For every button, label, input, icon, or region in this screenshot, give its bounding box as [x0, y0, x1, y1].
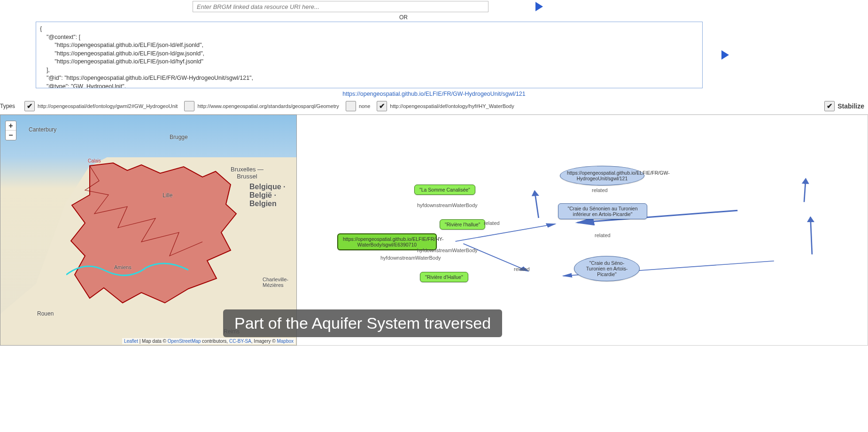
type-text: http://opengeospatial/def/ontology/gwml2… [38, 103, 178, 109]
edge-label: related [595, 232, 611, 238]
graph-node-craie-senonien[interactable]: "Craie du Sénonien au Turonien inférieur… [558, 203, 647, 219]
svg-line-4 [804, 178, 806, 202]
zoom-out-button[interactable]: − [6, 131, 16, 140]
leaflet-link[interactable]: Leaflet [124, 339, 138, 344]
type-checkbox-waterbody[interactable] [377, 101, 387, 111]
map-attribution: Leaflet | Map data © OpenStreetMap contr… [122, 338, 295, 344]
aquifer-polygon [62, 162, 249, 312]
type-checkbox-geometry[interactable] [184, 101, 194, 111]
map-label: Bruxelles — Brussel [231, 166, 264, 180]
map-label: Rouen [37, 310, 54, 317]
edge-label: hyfdownstreamWaterBody [417, 247, 478, 253]
map-label: Calais [88, 158, 101, 163]
type-text: none [359, 103, 370, 109]
zoom-in-button[interactable]: + [6, 121, 16, 131]
river-line [66, 256, 188, 284]
uri-input[interactable] [193, 1, 488, 12]
svg-line-0 [535, 191, 538, 218]
run-json-button[interactable] [721, 50, 729, 60]
cc-link[interactable]: CC-BY-SA [229, 339, 251, 344]
osm-link[interactable]: OpenStreetMap [168, 339, 201, 344]
run-uri-button[interactable] [535, 2, 543, 11]
map-label: Charleville- Mézières [263, 277, 288, 288]
graph-node-riviere-dhallue[interactable]: "Rivière d'Hallue" [420, 272, 468, 282]
type-checkbox-hydrogeounit[interactable] [24, 101, 35, 111]
types-label: Types [0, 103, 15, 109]
stabilize-checkbox[interactable] [824, 101, 835, 111]
mapbox-link[interactable]: Mapbox [277, 339, 294, 344]
edge-label: related [592, 187, 608, 193]
svg-line-5 [811, 217, 812, 255]
graph-node-hydrogeo-uri[interactable]: https://opengeospatial.github.io/ELFIE/F… [560, 166, 644, 185]
edge-label: hyfdownstreamWaterBody [380, 255, 441, 261]
type-checkbox-none[interactable] [346, 101, 356, 111]
edge-label: related [514, 266, 530, 272]
graph-node-craie-seno-turonien[interactable]: "Craie du Séno-Turonien en Artois-Picard… [574, 256, 640, 281]
resource-link[interactable]: https://opengeospatial.github.io/ELFIE/F… [342, 91, 526, 97]
stabilize-label: Stabilize [837, 102, 864, 110]
map-label: Lille [163, 192, 172, 199]
map-label: Canterbury [29, 126, 56, 133]
json-input[interactable] [36, 22, 703, 88]
map-label: Amiens [114, 264, 132, 270]
graph-node-somme[interactable]: "La Somme Canalisée" [414, 185, 475, 195]
map-label: Brugge [170, 134, 188, 140]
graph-node-riviere-hallue[interactable]: "Rivière l'hallue" [440, 219, 485, 230]
edge-label: hyfdownstreamWaterBody [417, 202, 478, 208]
type-text: http://opengeospatial/def/ontology/hyf#H… [390, 103, 514, 109]
or-label: OR [0, 13, 868, 22]
edge-label: related [484, 220, 500, 226]
map-label: Belgique · België · Belgien [249, 183, 285, 208]
zoom-control: + − [5, 121, 16, 140]
video-caption: Part of the Aquifer System traversed [223, 309, 502, 337]
type-text: http://www.opengeospatial.org/standards/… [197, 103, 339, 109]
